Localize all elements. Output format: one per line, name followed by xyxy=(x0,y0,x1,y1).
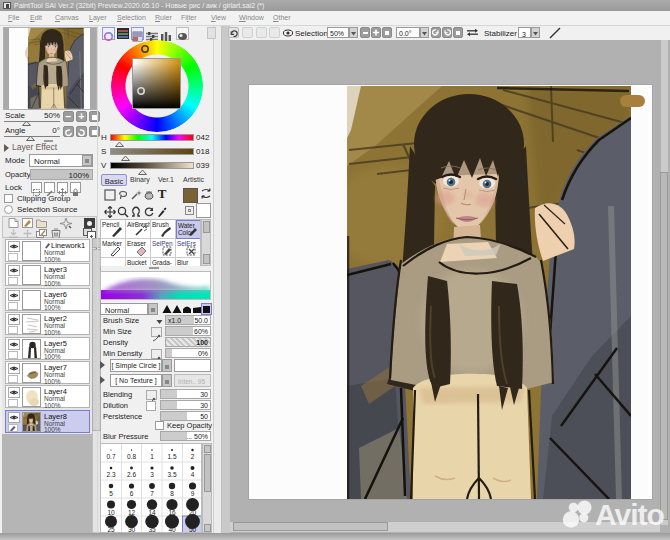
svg-text:4: 4 xyxy=(191,471,195,478)
svg-text:6: 6 xyxy=(130,490,134,497)
svg-text:2.6: 2.6 xyxy=(127,471,136,478)
svg-text:8: 8 xyxy=(170,490,174,497)
svg-text:50: 50 xyxy=(189,526,197,533)
svg-text:7: 7 xyxy=(150,490,154,497)
svg-text:25: 25 xyxy=(107,526,115,533)
svg-text:Avito: Avito xyxy=(595,498,665,531)
svg-text:0.7: 0.7 xyxy=(106,453,115,460)
svg-text:2.3: 2.3 xyxy=(106,471,115,478)
svg-text:3.5: 3.5 xyxy=(167,471,176,478)
svg-text:3: 3 xyxy=(150,471,154,478)
svg-text:10: 10 xyxy=(107,509,115,516)
svg-text:35: 35 xyxy=(148,526,156,533)
svg-text:30: 30 xyxy=(128,526,136,533)
svg-text:1: 1 xyxy=(150,453,154,460)
svg-text:16: 16 xyxy=(168,509,176,516)
svg-text:40: 40 xyxy=(168,526,176,533)
svg-text:12: 12 xyxy=(128,509,136,516)
svg-text:0.8: 0.8 xyxy=(127,453,136,460)
svg-text:9: 9 xyxy=(191,490,195,497)
svg-text:2: 2 xyxy=(191,453,195,460)
svg-text:5: 5 xyxy=(109,490,113,497)
svg-text:1.5: 1.5 xyxy=(167,453,176,460)
svg-text:14: 14 xyxy=(148,509,156,516)
